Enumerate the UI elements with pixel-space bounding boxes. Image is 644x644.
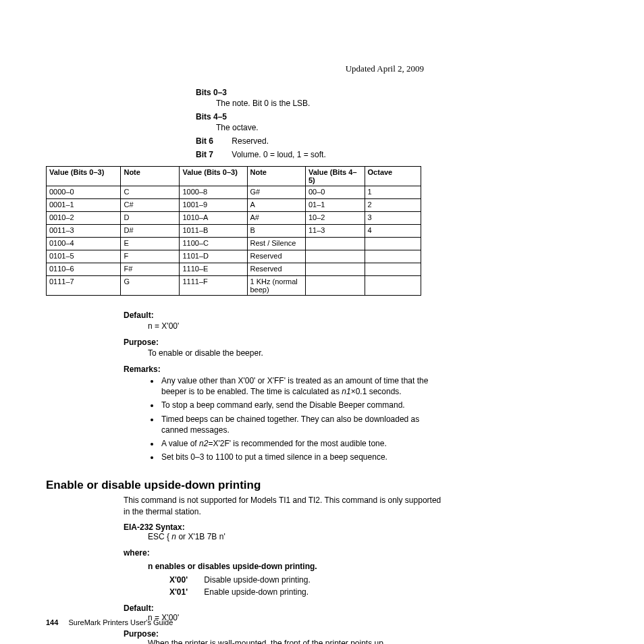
th-value-bits-0-3-b: Value (Bits 0–3) xyxy=(180,167,247,186)
remark-item: A value of n2=X'2F' is recommended for t… xyxy=(160,438,448,449)
th-note-b: Note xyxy=(247,167,305,186)
table-cell: 10–2 xyxy=(305,212,365,225)
table-cell: C xyxy=(121,186,180,199)
default-purpose-remarks: Default: n = X'00' Purpose: To enable or… xyxy=(124,311,448,462)
syntax-text: ESC { xyxy=(148,532,171,541)
table-cell: 11–3 xyxy=(305,225,365,238)
table-cell xyxy=(365,250,421,263)
table-cell: 0111–7 xyxy=(47,276,121,296)
syntax-value: ESC { n or X'1B 7B n' xyxy=(148,532,448,541)
table-row: 0010–2D1010–AA#10–23 xyxy=(47,212,421,225)
remark-text: ×0.1 seconds. xyxy=(351,387,402,396)
table-cell: E xyxy=(121,238,180,250)
default-value: n = X'00' xyxy=(148,321,448,331)
syntax-label: EIA-232 Syntax: xyxy=(124,522,448,532)
remarks-label: Remarks: xyxy=(124,365,448,374)
table-cell: 4 xyxy=(365,225,421,238)
table-cell: 1110–E xyxy=(180,263,247,276)
bit-7-def: Volume. 0 = loud, 1 = soft. xyxy=(232,150,325,159)
table-cell: 0001–1 xyxy=(47,199,121,212)
table-cell: F# xyxy=(121,263,180,276)
table-cell: D xyxy=(121,212,180,225)
table-cell: 0011–3 xyxy=(47,225,121,238)
purpose-value: To enable or disable the beeper. xyxy=(148,348,448,358)
section-heading-upside-down: Enable or disable upside-down printing xyxy=(46,479,599,492)
table-cell: 0000–0 xyxy=(47,186,121,199)
purpose-label: Purpose: xyxy=(124,338,448,347)
table-row: 0110–6F#1110–EReserved xyxy=(47,263,421,276)
table-cell xyxy=(305,250,365,263)
table-row: 0000–0C1000–8G#00–01 xyxy=(47,186,421,199)
remark-text: A value of xyxy=(161,439,199,448)
bit-6-term: Bit 6 xyxy=(196,136,224,146)
table-cell: 1111–F xyxy=(180,276,247,296)
table-cell: Reserved xyxy=(247,263,305,276)
table-cell: F xyxy=(121,250,180,263)
table-cell: C# xyxy=(121,199,180,212)
table-cell: 3 xyxy=(365,212,421,225)
remark-item: Timed beeps can be chained together. The… xyxy=(160,414,448,435)
bits-4-5-def: The octave. xyxy=(216,123,479,132)
purpose-label-2: Purpose: xyxy=(124,629,448,639)
table-row: 0101–5F1101–DReserved xyxy=(47,250,421,263)
table-cell: 0010–2 xyxy=(47,212,121,225)
syntax-text: or X'1B 7B n' xyxy=(176,532,225,541)
default-label-2: Default: xyxy=(124,603,448,613)
table-cell: Reserved xyxy=(247,250,305,263)
updated-date: Updated April 2, 2009 xyxy=(46,63,424,74)
table-cell: 01–1 xyxy=(305,199,365,212)
table-cell: G xyxy=(121,276,180,296)
th-value-bits-4-5: Value (Bits 4–5) xyxy=(305,167,365,186)
page-number: 144 xyxy=(46,618,58,626)
table-cell: A# xyxy=(247,212,305,225)
table-row: 0100–4E1100–CRest / Silence xyxy=(47,238,421,250)
table-cell: Rest / Silence xyxy=(247,238,305,250)
table-cell: 1101–D xyxy=(180,250,247,263)
bits-definitions: Bits 0–3 The note. Bit 0 is the LSB. Bit… xyxy=(196,88,479,159)
option-x01: X'01' Enable upside-down printing. xyxy=(169,587,448,597)
table-cell: 0100–4 xyxy=(47,238,121,250)
bits-4-5-term: Bits 4–5 xyxy=(196,112,227,122)
bit-6-def: Reserved. xyxy=(232,136,269,146)
table-cell xyxy=(305,276,365,296)
option-key: X'00' xyxy=(169,575,202,585)
table-cell: 2 xyxy=(365,199,421,212)
table-cell: 1011–B xyxy=(180,225,247,238)
table-cell xyxy=(305,238,365,250)
remark-item: Any value other than X'00' or X'FF' is t… xyxy=(160,375,448,397)
option-value: Disable upside-down printing. xyxy=(204,575,310,585)
th-octave: Octave xyxy=(365,167,421,186)
table-cell: 0110–6 xyxy=(47,263,121,276)
table-cell: 1010–A xyxy=(180,212,247,225)
table-cell: 1100–C xyxy=(180,238,247,250)
table-cell: 1 xyxy=(365,186,421,199)
remark-var: n2 xyxy=(199,439,208,448)
table-cell: B xyxy=(247,225,305,238)
table-cell: D# xyxy=(121,225,180,238)
page-footer: 144 SureMark Printers User's Guide xyxy=(46,618,173,626)
table-cell xyxy=(365,276,421,296)
table-cell: G# xyxy=(247,186,305,199)
th-note-a: Note xyxy=(121,167,180,186)
table-header-row: Value (Bits 0–3) Note Value (Bits 0–3) N… xyxy=(47,167,421,186)
table-cell xyxy=(305,263,365,276)
table-row: 0001–1C#1001–9A01–12 xyxy=(47,199,421,212)
table-cell: 1000–8 xyxy=(180,186,247,199)
option-x00: X'00' Disable upside-down printing. xyxy=(169,575,448,585)
page-content: Updated April 2, 2009 Bits 0–3 The note.… xyxy=(46,54,599,644)
table-cell: 1001–9 xyxy=(180,199,247,212)
purpose-value-2: When the printer is wall-mounted, the fr… xyxy=(148,639,448,644)
remark-var: n1 xyxy=(342,387,350,396)
table-cell: A xyxy=(247,199,305,212)
table-row: 0111–7G1111–F1 KHz (normal beep) xyxy=(47,276,421,296)
bits-0-3-term: Bits 0–3 xyxy=(196,88,227,97)
table-cell: 0101–5 xyxy=(47,250,121,263)
option-key: X'01' xyxy=(169,587,202,597)
remark-item: To stop a beep command early, send the D… xyxy=(160,400,448,410)
th-value-bits-0-3-a: Value (Bits 0–3) xyxy=(47,167,121,186)
bits-0-3-def: The note. Bit 0 is the LSB. xyxy=(216,99,479,108)
bit-7-term: Bit 7 xyxy=(196,150,224,159)
section-intro: This command is not supported for Models… xyxy=(124,495,448,516)
table-cell xyxy=(365,263,421,276)
table-cell: 1 KHz (normal beep) xyxy=(247,276,305,296)
